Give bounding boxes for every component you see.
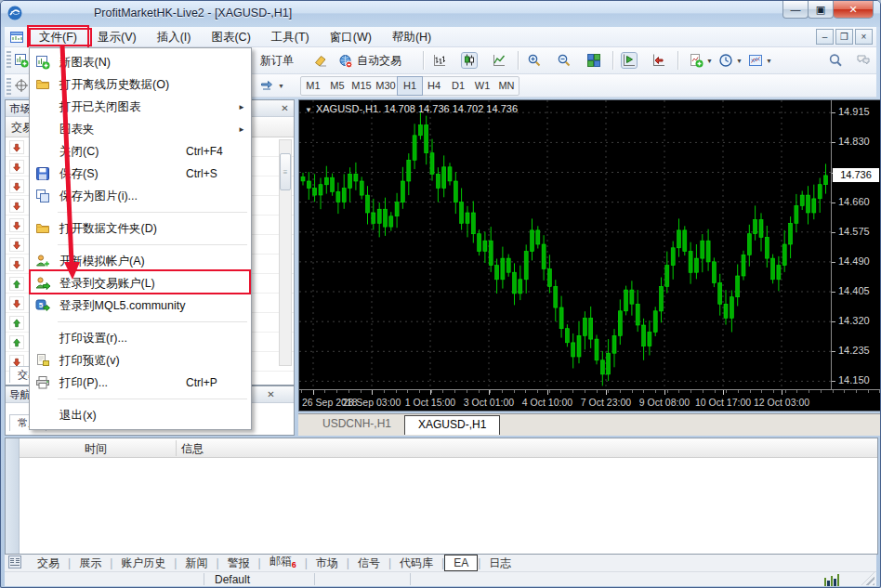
terminal-tab-账户历史[interactable]: 账户历史 [112, 555, 174, 570]
navigator-close-icon[interactable]: ✕ [265, 388, 277, 400]
menu-显示(V)[interactable]: 显示(V) [87, 27, 147, 47]
timeframe-M15[interactable]: M15 [349, 77, 374, 95]
file-menu-item-3[interactable]: 打开已关闭图表► [30, 96, 251, 118]
file-menu-item-13[interactable]: 打印预览(v) [30, 349, 251, 372]
terminal-toggle-icon[interactable] [7, 555, 23, 570]
profile-name[interactable]: Default [215, 573, 250, 586]
new-chart-icon[interactable] [14, 53, 29, 68]
terminal-tab-邮箱[interactable]: 邮箱6 [261, 554, 305, 572]
terminal-tab-日志[interactable]: 日志 [480, 555, 519, 570]
sync-icon[interactable] [259, 78, 274, 93]
mdi-restore-button[interactable]: ❒ [835, 29, 853, 45]
message-column-header[interactable]: 信息 [181, 441, 204, 457]
timeframe-H4[interactable]: H4 [422, 77, 446, 95]
shift-right-icon[interactable] [651, 53, 666, 68]
menu-帮助(H)[interactable]: 帮助(H) [382, 27, 441, 47]
column-separator[interactable] [176, 440, 177, 456]
menu-图表(C)[interactable]: 图表(C) [201, 27, 260, 47]
line-chart-icon[interactable] [492, 53, 506, 68]
timeframe-D1[interactable]: D1 [446, 77, 470, 95]
price-tick-mark [832, 142, 835, 143]
zoom-in-icon[interactable] [527, 53, 542, 68]
price-scale[interactable]: 14.91514.83014.74514.66014.57514.49014.4… [831, 100, 880, 389]
eraser-icon[interactable] [313, 53, 328, 68]
file-menu-item-2[interactable]: 打开离线历史数据(O) [30, 73, 251, 96]
timeframe-M30[interactable]: M30 [374, 77, 398, 95]
menu-icon-spacer [35, 99, 59, 114]
file-menu-item-12[interactable]: 打印设置(r)... [30, 327, 251, 349]
resize-grip[interactable] [861, 572, 874, 585]
file-menu-item-10[interactable]: 登录到交易账户(L) [30, 272, 251, 294]
tile-windows-icon[interactable] [586, 53, 601, 68]
minor-tick [796, 390, 797, 393]
chat-icon[interactable] [856, 53, 871, 68]
zoom-out-icon[interactable] [557, 53, 572, 68]
file-menu-item-15[interactable]: 退出(x) [30, 404, 251, 426]
mdi-close-button[interactable]: × [855, 29, 873, 45]
file-menu-item-7[interactable]: 保存为图片(i)... [30, 185, 251, 207]
new-order-button[interactable]: 新订单 [256, 50, 298, 72]
minor-tick [502, 390, 503, 393]
file-menu-item-6[interactable]: 保存(S)Ctrl+S [30, 163, 251, 185]
chart-tab-XAGUSD-,H1[interactable]: XAGUSD-,H1 [404, 415, 500, 435]
chart-tab-USDCNH-,H1[interactable]: USDCNH-,H1 [309, 415, 404, 435]
sync-dropdown-arrow[interactable]: ▼ [278, 83, 284, 89]
terminal-tab-EA[interactable]: EA [444, 555, 478, 571]
chart-collapse-icon[interactable]: ▼ [305, 106, 312, 114]
indicators-dropdown-arrow[interactable]: ▼ [706, 58, 713, 64]
chart-window-icon[interactable] [9, 30, 24, 45]
major-tick [489, 390, 490, 395]
down-arrow-icon [9, 199, 24, 213]
market-watch-close-icon[interactable]: ✕ [279, 102, 291, 114]
timeframe-W1[interactable]: W1 [470, 77, 494, 95]
bar-chart-icon[interactable] [432, 53, 447, 68]
file-menu-item-11[interactable]: 5登录到MQL5.community [30, 294, 251, 317]
terminal-tab-警报[interactable]: 警报 [219, 555, 258, 570]
terminal-tab-市场[interactable]: 市场 [308, 555, 347, 570]
toolbar-grip[interactable] [7, 51, 11, 70]
close-button[interactable]: ✕ [833, 1, 874, 19]
timeframe-M1[interactable]: M1 [301, 77, 325, 95]
file-menu-item-4[interactable]: 图表夹► [30, 118, 251, 140]
minimize-button[interactable]: — [782, 1, 809, 19]
terminal-tab-交易[interactable]: 交易 [29, 555, 68, 570]
terminal-tab-展示[interactable]: 展示 [71, 555, 110, 570]
menu-item-label: 保存(S) [59, 166, 186, 182]
indicators-icon[interactable] [689, 53, 703, 68]
periods-icon[interactable] [718, 53, 733, 68]
file-menu-item-1[interactable]: 新图表(N) [30, 51, 251, 73]
terminal-tab-代码库[interactable]: 代码库 [391, 555, 441, 570]
crosshair-icon[interactable] [14, 78, 29, 93]
time-scale[interactable]: 26 Sep 201828 Sep 03:001 Oct 15:003 Oct … [299, 389, 880, 411]
file-menu-item-5[interactable]: 关闭(C)Ctrl+F4 [30, 140, 251, 163]
periods-dropdown-arrow[interactable]: ▼ [736, 58, 743, 64]
chart-plot-area[interactable]: ▼XAGUSD-,H1. 14.708 14.736 14.702 14.736 [299, 100, 831, 389]
timeframe-H1[interactable]: H1 [398, 77, 422, 95]
auto-trading-button[interactable]: 自动交易 [334, 50, 406, 72]
terminal-tab-信号[interactable]: 信号 [349, 555, 388, 570]
file-menu-item-9[interactable]: 开新模拟帐户(A) [30, 250, 251, 272]
title-bar[interactable]: ProfitMarketHK-Live2 - [XAGUSD-,H1] — ▣ … [1, 1, 880, 27]
templates-dropdown-arrow[interactable]: ▼ [766, 58, 772, 64]
scrollbar-thumb[interactable]: ≡ [280, 153, 291, 190]
minor-tick [407, 390, 408, 393]
templates-icon[interactable] [748, 53, 763, 68]
file-menu-item-8[interactable]: 打开数据文件夹(D) [30, 217, 251, 240]
mdi-minimize-button[interactable]: – [816, 29, 834, 45]
toolbar-grip[interactable] [7, 78, 11, 97]
candlestick-icon[interactable] [462, 53, 477, 68]
market-watch-scrollbar[interactable]: ≡ [279, 139, 292, 366]
timeframe-MN[interactable]: MN [494, 77, 519, 95]
menu-插入(I)[interactable]: 插入(I) [147, 27, 202, 47]
menu-窗口(W)[interactable]: 窗口(W) [320, 27, 382, 47]
terminal-tab-新闻[interactable]: 新闻 [177, 555, 216, 570]
shift-end-icon[interactable] [622, 53, 637, 68]
search-icon[interactable] [828, 53, 843, 68]
time-column-header[interactable]: 时间 [85, 441, 107, 457]
menu-工具(T)[interactable]: 工具(T) [261, 27, 320, 47]
timeframe-M5[interactable]: M5 [325, 77, 349, 95]
menu-文件(F)[interactable]: 文件(F) [29, 27, 87, 47]
restore-button[interactable]: ▣ [808, 1, 834, 19]
price-tick-label: 14.490 [838, 255, 870, 267]
file-menu-item-14[interactable]: 打印(P)...Ctrl+P [30, 372, 251, 394]
